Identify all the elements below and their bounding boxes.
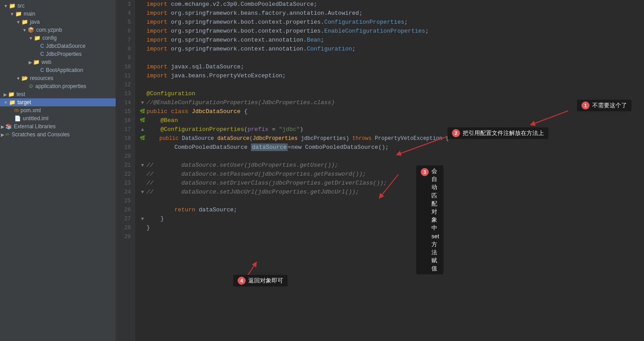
svg-line-7 — [247, 264, 255, 277]
java-icon: C — [40, 51, 44, 57]
tree-item-jdbcdatasource[interactable]: ▶ C JdbcDataSource — [0, 42, 116, 50]
code-line-26: return dataSource; — [138, 206, 644, 215]
scratch-icon: ✏ — [5, 131, 10, 138]
tree-item-web[interactable]: ▶ 📁 web — [0, 58, 116, 66]
arrow-icon: ▼ — [16, 20, 21, 25]
tree-item-target[interactable]: ▼ 📁 target — [0, 98, 116, 106]
code-line-18: 🌿 public DataSource dataSource(JdbcPrope… — [138, 134, 644, 143]
folder-icon: 📁 — [33, 59, 40, 65]
code-line-13: @Configuration — [138, 89, 644, 98]
code-editor: 34567 89101112 1314151617 1819202122 232… — [116, 0, 644, 341]
code-line-23: // dataSource.setDriverClass(jdbcPropert… — [138, 179, 644, 188]
arrow-icon: ▶ — [1, 124, 4, 129]
code-line-27: ▼ } — [138, 215, 644, 223]
folder-icon: 📁 — [9, 99, 16, 105]
code-line-21: ▼ // dataSource.setUser(jdbcProperties.g… — [138, 161, 644, 170]
arrow-icon: ▼ — [4, 4, 8, 8]
arrow-icon: ▼ — [10, 12, 14, 17]
tree-item-extlibs[interactable]: ▶ 📚 External Libraries — [0, 122, 116, 131]
tree-item-java[interactable]: ▼ 📁 java — [0, 18, 116, 26]
tree-item-pom[interactable]: ▶ m pom.xml — [0, 106, 116, 114]
folder-icon: 📁 — [8, 91, 15, 97]
tree-item-scratches[interactable]: ▶ ✏ Scratches and Consoles — [0, 131, 116, 139]
tree-item-jdbcproperties[interactable]: ▶ C JdbcProperties — [0, 50, 116, 58]
tree-item-test[interactable]: ▶ 📁 test — [0, 90, 116, 98]
tree-item-appprops[interactable]: ▶ ⚙ application.properties — [0, 82, 116, 90]
package-icon: 📦 — [28, 27, 34, 33]
code-line-9 — [138, 54, 644, 63]
code-line-22: // dataSource.setPassword(jdbcProperties… — [138, 170, 644, 179]
arrow-icon: ▶ — [4, 92, 7, 97]
tree-item-config[interactable]: ▼ 📁 config — [0, 34, 116, 42]
properties-icon: ⚙ — [29, 83, 33, 89]
code-line-20 — [138, 152, 644, 161]
code-line-14: ▼ //@EnableConfigurationProperties(JdbcP… — [138, 98, 644, 107]
code-line-17: ▲ @ConfigurationProperties(prefix = "jdb… — [138, 125, 644, 134]
arrow-icon: ▼ — [29, 36, 33, 41]
code-line-28: } — [138, 223, 644, 232]
xml-icon: m — [14, 107, 19, 114]
folder-icon: 📁 — [34, 35, 41, 41]
library-icon: 📚 — [5, 123, 12, 130]
folder-icon: 📁 — [9, 3, 16, 9]
arrow-icon: ▼ — [4, 100, 8, 105]
iml-icon: 📄 — [14, 115, 21, 122]
file-tree[interactable]: ▼ 📁 src ▼ 📁 main ▼ 📁 java ▼ 📦 com.yzpnb … — [0, 0, 116, 341]
code-line-15: 🌿 public class JdbcDataSource { — [138, 107, 644, 116]
arrow-icon: ▼ — [16, 76, 21, 81]
code-line-11: import java.beans.PropertyVetoException; — [138, 72, 644, 80]
code-line-4: import org.springframework.beans.factory… — [138, 9, 644, 18]
code-line-12 — [138, 80, 644, 89]
tree-item-main[interactable]: ▼ 📁 main — [0, 10, 116, 18]
code-line-29 — [138, 232, 644, 241]
line-numbers: 34567 89101112 1314151617 1819202122 232… — [116, 0, 135, 341]
code-line-5: import org.springframework.boot.context.… — [138, 18, 644, 27]
code-line-8: import org.springframework.context.annot… — [138, 45, 644, 54]
folder-icon: 📁 — [21, 19, 28, 25]
tree-item-bootapplication[interactable]: ▶ C BootApplication — [0, 66, 116, 74]
code-line-25 — [138, 197, 644, 206]
java-icon: C — [40, 43, 44, 49]
code-line-24: ▼ // dataSource.setJdbcUrl(jdbcPropertie… — [138, 188, 644, 197]
code-line-6: import org.springframework.boot.context.… — [138, 27, 644, 36]
tree-item-resources[interactable]: ▼ 📂 resources — [0, 74, 116, 82]
code-line-3: import com.mchange.v2.c3p0.ComboPooledDa… — [138, 0, 644, 9]
java-icon: C — [40, 67, 44, 73]
code-line-19: ComboPooledDataSource dataSource=new Com… — [138, 143, 644, 152]
tree-item-src[interactable]: ▼ 📁 src — [0, 2, 116, 10]
code-line-10: import javax.sql.DataSource; — [138, 63, 644, 72]
callout-text-4: 返回对象即可 — [248, 277, 283, 285]
arrow-icon: ▶ — [1, 132, 4, 137]
code-line-7: import org.springframework.context.annot… — [138, 36, 644, 45]
arrow-icon: ▶ — [29, 60, 32, 65]
code-lines: import com.mchange.v2.c3p0.ComboPooledDa… — [135, 0, 644, 341]
folder-icon: 📁 — [15, 11, 22, 17]
tree-item-package[interactable]: ▼ 📦 com.yzpnb — [0, 26, 116, 34]
tree-item-iml[interactable]: ▶ 📄 untitled.iml — [0, 114, 116, 122]
arrow-svg-4 — [211, 255, 345, 290]
arrow-icon: ▼ — [22, 28, 27, 33]
resources-icon: 📂 — [21, 75, 28, 81]
callout-num-4: 4 — [238, 277, 246, 285]
code-line-16: 🌿 @Bean — [138, 116, 644, 125]
